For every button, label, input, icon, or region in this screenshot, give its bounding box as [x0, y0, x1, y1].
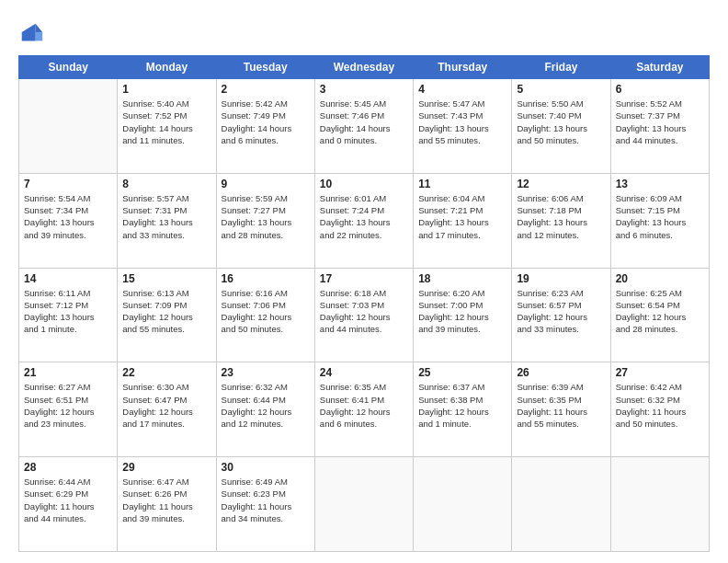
calendar-dow-sunday: Sunday: [19, 56, 118, 79]
calendar-cell: [414, 457, 512, 552]
calendar-cell: 27Sunrise: 6:42 AM Sunset: 6:32 PM Dayli…: [610, 362, 709, 457]
svg-marker-0: [36, 24, 42, 32]
calendar-cell: 16Sunrise: 6:16 AM Sunset: 7:06 PM Dayli…: [216, 268, 314, 362]
logo: [18, 20, 48, 46]
calendar-week-row: 28Sunrise: 6:44 AM Sunset: 6:29 PM Dayli…: [19, 457, 710, 552]
day-info: Sunrise: 6:04 AM Sunset: 7:21 PM Dayligh…: [418, 192, 506, 241]
day-number: 6: [616, 83, 704, 96]
calendar-cell: 25Sunrise: 6:37 AM Sunset: 6:38 PM Dayli…: [414, 362, 512, 457]
calendar-week-row: 21Sunrise: 6:27 AM Sunset: 6:51 PM Dayli…: [19, 362, 710, 457]
day-info: Sunrise: 5:47 AM Sunset: 7:43 PM Dayligh…: [418, 98, 506, 146]
day-number: 12: [517, 178, 605, 190]
day-number: 22: [122, 366, 210, 379]
day-number: 23: [222, 366, 310, 379]
day-info: Sunrise: 6:35 AM Sunset: 6:41 PM Dayligh…: [320, 381, 408, 430]
day-info: Sunrise: 5:42 AM Sunset: 7:49 PM Dayligh…: [222, 98, 310, 146]
day-info: Sunrise: 5:40 AM Sunset: 7:52 PM Dayligh…: [122, 98, 210, 146]
calendar-cell: 8Sunrise: 5:57 AM Sunset: 7:31 PM Daylig…: [118, 173, 216, 268]
day-info: Sunrise: 6:06 AM Sunset: 7:18 PM Dayligh…: [517, 192, 605, 241]
svg-marker-2: [22, 24, 36, 41]
calendar-dow-saturday: Saturday: [610, 56, 709, 79]
day-number: 17: [320, 272, 408, 285]
day-number: 15: [122, 272, 210, 285]
calendar-cell: 22Sunrise: 6:30 AM Sunset: 6:47 PM Dayli…: [118, 362, 216, 457]
calendar-cell: 2Sunrise: 5:42 AM Sunset: 7:49 PM Daylig…: [216, 79, 314, 174]
day-info: Sunrise: 6:37 AM Sunset: 6:38 PM Dayligh…: [418, 381, 506, 430]
calendar-cell: [512, 457, 610, 552]
day-info: Sunrise: 5:57 AM Sunset: 7:31 PM Dayligh…: [122, 192, 210, 241]
calendar-cell: 12Sunrise: 6:06 AM Sunset: 7:18 PM Dayli…: [512, 173, 610, 268]
day-number: 25: [418, 366, 506, 379]
calendar-dow-tuesday: Tuesday: [216, 56, 314, 79]
day-info: Sunrise: 6:30 AM Sunset: 6:47 PM Dayligh…: [122, 381, 210, 430]
day-number: 10: [320, 178, 408, 190]
calendar-dow-thursday: Thursday: [414, 56, 512, 79]
calendar-header-row: SundayMondayTuesdayWednesdayThursdayFrid…: [19, 56, 710, 79]
day-number: 11: [418, 178, 506, 190]
day-number: 21: [24, 366, 112, 379]
day-number: 20: [616, 272, 704, 285]
day-info: Sunrise: 6:44 AM Sunset: 6:29 PM Dayligh…: [24, 476, 112, 524]
day-info: Sunrise: 6:20 AM Sunset: 7:00 PM Dayligh…: [418, 287, 506, 336]
day-info: Sunrise: 6:49 AM Sunset: 6:23 PM Dayligh…: [222, 476, 310, 524]
calendar-cell: 18Sunrise: 6:20 AM Sunset: 7:00 PM Dayli…: [414, 268, 512, 362]
calendar-dow-monday: Monday: [118, 56, 216, 79]
calendar-cell: 1Sunrise: 5:40 AM Sunset: 7:52 PM Daylig…: [118, 79, 216, 174]
calendar-cell: 17Sunrise: 6:18 AM Sunset: 7:03 PM Dayli…: [314, 268, 413, 362]
day-info: Sunrise: 6:47 AM Sunset: 6:26 PM Dayligh…: [122, 476, 210, 524]
calendar-cell: 4Sunrise: 5:47 AM Sunset: 7:43 PM Daylig…: [414, 79, 512, 174]
day-number: 7: [24, 178, 112, 190]
calendar-cell: 20Sunrise: 6:25 AM Sunset: 6:54 PM Dayli…: [610, 268, 709, 362]
calendar-cell: [19, 79, 118, 174]
calendar-cell: 13Sunrise: 6:09 AM Sunset: 7:15 PM Dayli…: [610, 173, 709, 268]
calendar-cell: 14Sunrise: 6:11 AM Sunset: 7:12 PM Dayli…: [19, 268, 118, 362]
day-number: 8: [122, 178, 210, 190]
day-info: Sunrise: 5:52 AM Sunset: 7:37 PM Dayligh…: [616, 98, 704, 146]
day-number: 27: [616, 366, 704, 379]
day-number: 14: [24, 272, 112, 285]
calendar-week-row: 14Sunrise: 6:11 AM Sunset: 7:12 PM Dayli…: [19, 268, 710, 362]
header: [18, 17, 710, 46]
calendar-cell: 24Sunrise: 6:35 AM Sunset: 6:41 PM Dayli…: [314, 362, 413, 457]
day-info: Sunrise: 5:50 AM Sunset: 7:40 PM Dayligh…: [517, 98, 605, 146]
calendar-cell: 15Sunrise: 6:13 AM Sunset: 7:09 PM Dayli…: [118, 268, 216, 362]
day-info: Sunrise: 6:16 AM Sunset: 7:06 PM Dayligh…: [222, 287, 310, 336]
day-info: Sunrise: 6:23 AM Sunset: 6:57 PM Dayligh…: [517, 287, 605, 336]
day-number: 28: [24, 461, 112, 474]
calendar-cell: 9Sunrise: 5:59 AM Sunset: 7:27 PM Daylig…: [216, 173, 314, 268]
calendar-cell: 29Sunrise: 6:47 AM Sunset: 6:26 PM Dayli…: [118, 457, 216, 552]
calendar-dow-friday: Friday: [512, 56, 610, 79]
day-number: 29: [122, 461, 210, 474]
day-number: 3: [320, 83, 408, 96]
calendar-cell: 26Sunrise: 6:39 AM Sunset: 6:35 PM Dayli…: [512, 362, 610, 457]
calendar-cell: 30Sunrise: 6:49 AM Sunset: 6:23 PM Dayli…: [216, 457, 314, 552]
calendar-cell: 23Sunrise: 6:32 AM Sunset: 6:44 PM Dayli…: [216, 362, 314, 457]
day-info: Sunrise: 6:25 AM Sunset: 6:54 PM Dayligh…: [616, 287, 704, 336]
day-number: 9: [222, 178, 310, 190]
calendar-cell: [610, 457, 709, 552]
day-info: Sunrise: 6:39 AM Sunset: 6:35 PM Dayligh…: [517, 381, 605, 430]
day-info: Sunrise: 5:45 AM Sunset: 7:46 PM Dayligh…: [320, 98, 408, 146]
day-number: 19: [517, 272, 605, 285]
calendar-cell: 19Sunrise: 6:23 AM Sunset: 6:57 PM Dayli…: [512, 268, 610, 362]
calendar-cell: 11Sunrise: 6:04 AM Sunset: 7:21 PM Dayli…: [414, 173, 512, 268]
calendar-cell: 10Sunrise: 6:01 AM Sunset: 7:24 PM Dayli…: [314, 173, 413, 268]
day-info: Sunrise: 6:13 AM Sunset: 7:09 PM Dayligh…: [122, 287, 210, 336]
day-info: Sunrise: 5:54 AM Sunset: 7:34 PM Dayligh…: [24, 192, 112, 241]
calendar-week-row: 7Sunrise: 5:54 AM Sunset: 7:34 PM Daylig…: [19, 173, 710, 268]
calendar-cell: 28Sunrise: 6:44 AM Sunset: 6:29 PM Dayli…: [19, 457, 118, 552]
calendar-week-row: 1Sunrise: 5:40 AM Sunset: 7:52 PM Daylig…: [19, 79, 710, 174]
day-info: Sunrise: 5:59 AM Sunset: 7:27 PM Dayligh…: [222, 192, 310, 241]
day-number: 2: [222, 83, 310, 96]
logo-icon: [18, 20, 44, 46]
day-number: 5: [517, 83, 605, 96]
day-info: Sunrise: 6:27 AM Sunset: 6:51 PM Dayligh…: [24, 381, 112, 430]
calendar-cell: 6Sunrise: 5:52 AM Sunset: 7:37 PM Daylig…: [610, 79, 709, 174]
day-number: 18: [418, 272, 506, 285]
day-number: 24: [320, 366, 408, 379]
day-number: 13: [616, 178, 704, 190]
calendar-cell: 7Sunrise: 5:54 AM Sunset: 7:34 PM Daylig…: [19, 173, 118, 268]
day-info: Sunrise: 6:09 AM Sunset: 7:15 PM Dayligh…: [616, 192, 704, 241]
calendar-cell: 5Sunrise: 5:50 AM Sunset: 7:40 PM Daylig…: [512, 79, 610, 174]
day-number: 4: [418, 83, 506, 96]
